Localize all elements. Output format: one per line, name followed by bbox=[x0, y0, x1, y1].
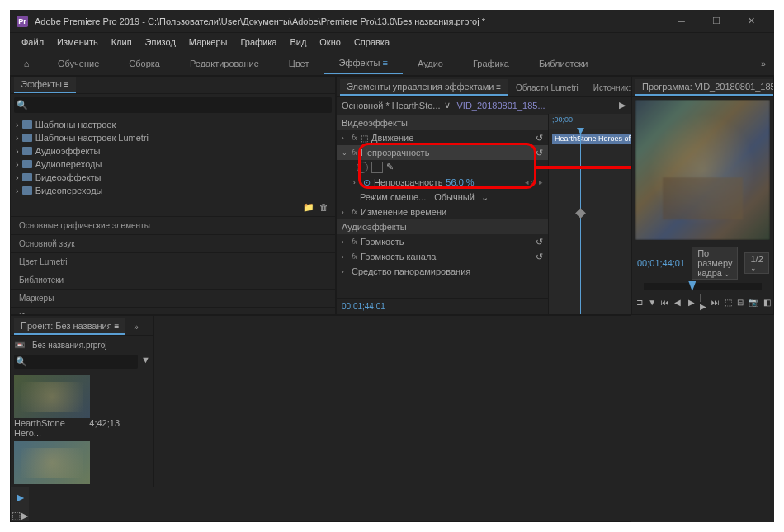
workspace-overflow[interactable]: » bbox=[761, 59, 766, 68]
effect-time-remap[interactable]: ›fxИзменение времени bbox=[337, 205, 548, 219]
section-video-effects[interactable]: Видеоэффекты bbox=[337, 115, 548, 130]
workspace-audio[interactable]: Аудио bbox=[403, 54, 458, 73]
opacity-mask-tools: ✎ bbox=[337, 160, 548, 175]
video-trans-folder[interactable]: ›Видеопереходы bbox=[11, 184, 335, 197]
program-res-dropdown[interactable]: 1/2 ⌄ bbox=[744, 252, 768, 274]
effect-volume[interactable]: ›fxГромкость↺ bbox=[337, 234, 548, 249]
menu-window[interactable]: Окно bbox=[314, 35, 346, 49]
program-preview[interactable] bbox=[635, 100, 770, 240]
step-fwd-icon[interactable]: ⏭ bbox=[711, 294, 720, 309]
effect-motion[interactable]: ›fx ⬚ Движение↺ bbox=[337, 130, 548, 145]
pen-mask-icon[interactable]: ✎ bbox=[386, 162, 398, 173]
minimize-button[interactable]: ─ bbox=[665, 10, 698, 33]
clip-reference[interactable]: VID_20180801_185... bbox=[457, 101, 545, 111]
project-search[interactable]: 🔍 bbox=[14, 355, 138, 369]
tab-project[interactable]: Проект: Без названия ≡ bbox=[14, 318, 125, 335]
new-bin-icon[interactable]: 📁 bbox=[303, 202, 314, 213]
panel-libraries[interactable]: Библиотеки bbox=[11, 271, 335, 290]
compare-icon[interactable]: ◧ bbox=[763, 294, 771, 309]
effect-timecode[interactable]: 00;01;44;01 bbox=[337, 299, 390, 314]
tab-effect-controls[interactable]: Элементы управления эффектами ≡ bbox=[340, 79, 508, 96]
frame-back-icon[interactable]: ◀| bbox=[674, 294, 683, 309]
menu-clip[interactable]: Клип bbox=[106, 35, 137, 49]
tab-effects[interactable]: Эффекты ≡ bbox=[14, 77, 76, 93]
project-name: Без названия.prproj bbox=[29, 339, 110, 351]
close-button[interactable]: ✕ bbox=[734, 10, 767, 33]
effect-clip-bar: HearthStone Heroes of Warcraft 20 bbox=[552, 134, 631, 144]
project-item-thumb[interactable] bbox=[14, 375, 90, 418]
effect-panner[interactable]: ›Средство панорамирования bbox=[337, 264, 548, 279]
effect-timeline[interactable]: ;00;00 HearthStone Heroes of Warcraft 20 bbox=[548, 114, 631, 315]
effect-playhead[interactable] bbox=[580, 129, 581, 315]
menu-help[interactable]: Справка bbox=[349, 35, 394, 49]
panel-essential-graphics[interactable]: Основные графические элементы bbox=[11, 217, 335, 235]
workspace-libraries[interactable]: Библиотеки bbox=[524, 54, 603, 73]
master-clip-label: Основной * HearthSto... bbox=[342, 101, 441, 111]
lift-icon[interactable]: ⬚ bbox=[725, 294, 732, 309]
effect-controls-panel: Элементы управления эффектами ≡ Области … bbox=[336, 76, 631, 315]
maximize-button[interactable]: ☐ bbox=[700, 10, 733, 33]
preset-folder[interactable]: ›Шаблоны настроек bbox=[11, 118, 335, 131]
workspace-graphics[interactable]: Графика bbox=[458, 54, 524, 73]
program-monitor: Программа: VID_20180801_185244 ≡ 00;01;4… bbox=[631, 76, 774, 315]
effect-ruler: ;00;00 bbox=[549, 114, 631, 129]
menu-edit[interactable]: Изменить bbox=[52, 35, 103, 49]
opacity-value-row[interactable]: ›⊙ Непрозрачность 56,0 % ◂ ◇ ▸ bbox=[337, 175, 548, 190]
tab-program[interactable]: Программа: VID_20180801_185244 ≡ bbox=[635, 79, 774, 96]
workspace-learning[interactable]: Обучение bbox=[43, 54, 114, 73]
project-bin-icon[interactable]: 📼 bbox=[14, 340, 26, 351]
audio-trans-folder[interactable]: ›Аудиопереходы bbox=[11, 158, 335, 171]
opacity-keyframe[interactable] bbox=[575, 208, 586, 219]
menu-markers[interactable]: Маркеры bbox=[184, 35, 233, 49]
tool-palette: ▶ ⬚▶ ◁▷ ✂ ↔ ✎ ✋ T bbox=[11, 487, 29, 522]
delete-icon[interactable]: 🗑 bbox=[319, 202, 328, 213]
audio-fx-folder[interactable]: ›Аудиоэффекты bbox=[11, 144, 335, 158]
workspace-editing[interactable]: Редактирование bbox=[175, 54, 274, 73]
menu-view[interactable]: Вид bbox=[285, 35, 311, 49]
lumetri-folder[interactable]: ›Шаблоны настроек Lumetri bbox=[11, 131, 335, 144]
annotation-arrow bbox=[536, 166, 631, 169]
home-icon[interactable]: ⌂ bbox=[17, 54, 36, 73]
panel-essential-sound[interactable]: Основной звук bbox=[11, 235, 335, 253]
video-fx-folder[interactable]: ›Видеоэффекты bbox=[11, 171, 335, 184]
rect-mask-icon[interactable] bbox=[371, 162, 383, 173]
program-timecode-in[interactable]: 00;01;44;01 bbox=[637, 258, 685, 268]
menu-sequence[interactable]: Эпизод bbox=[140, 35, 181, 49]
window-title: Adobe Premiere Pro 2019 - C:\Пользовател… bbox=[35, 16, 665, 26]
extract-icon[interactable]: ⊟ bbox=[737, 294, 744, 309]
project-filter-icon[interactable]: ▼ bbox=[141, 355, 150, 369]
menu-graphics[interactable]: Графика bbox=[235, 35, 281, 49]
frame-fwd-icon[interactable]: |▶ bbox=[700, 294, 706, 309]
panel-markers[interactable]: Маркеры bbox=[11, 290, 335, 308]
blend-mode-row[interactable]: Режим смеше... Обычный⌄ bbox=[337, 190, 548, 205]
export-frame-icon[interactable]: 📷 bbox=[749, 294, 758, 309]
add-marker-icon[interactable]: ▼ bbox=[648, 294, 656, 309]
mark-out-icon[interactable]: ⊐ bbox=[636, 294, 643, 309]
project-item-thumb[interactable] bbox=[14, 441, 90, 484]
selection-tool-icon[interactable]: ▶ bbox=[13, 491, 26, 504]
keyframe-nav[interactable]: ◂ ◇ ▸ bbox=[525, 178, 543, 186]
effect-opacity[interactable]: ⌄fxНепрозрачность↺ bbox=[337, 145, 548, 160]
workspace-effects[interactable]: Эффекты ≡ bbox=[324, 53, 403, 74]
panel-lumetri-color[interactable]: Цвет Lumetri bbox=[11, 253, 335, 271]
program-scrubber[interactable] bbox=[644, 283, 762, 290]
play-icon[interactable]: ▶ bbox=[688, 294, 695, 309]
opacity-value[interactable]: 56,0 % bbox=[446, 177, 474, 187]
tab-lumetri-scopes[interactable]: Области Lumetri bbox=[509, 81, 585, 96]
bottom-row: Проект: Без названия ≡» 📼Без названия.pr… bbox=[10, 315, 631, 522]
track-select-tool-icon[interactable]: ⬚▶ bbox=[13, 509, 26, 522]
effects-search[interactable]: 🔍 bbox=[14, 97, 332, 113]
tab-source[interactable]: Источник: VID_201 bbox=[587, 81, 631, 96]
program-fit-dropdown[interactable]: По размеру кадра ⌄ bbox=[692, 247, 738, 280]
workspace-assembly[interactable]: Сборка bbox=[114, 54, 175, 73]
effect-channel-volume[interactable]: ›fxГромкость канала↺ bbox=[337, 249, 548, 264]
workspace-color[interactable]: Цвет bbox=[274, 54, 324, 73]
titlebar: Pr Adobe Premiere Pro 2019 - C:\Пользова… bbox=[10, 10, 774, 33]
ellipse-mask-icon[interactable] bbox=[357, 162, 368, 173]
panel-history[interactable]: История bbox=[11, 308, 335, 315]
project-panel: Проект: Без названия ≡» 📼Без названия.pr… bbox=[11, 316, 154, 487]
menubar: Файл Изменить Клип Эпизод Маркеры График… bbox=[10, 33, 774, 51]
section-audio-effects[interactable]: Аудиоэффекты bbox=[337, 219, 548, 234]
step-back-icon[interactable]: ⏮ bbox=[661, 294, 669, 309]
menu-file[interactable]: Файл bbox=[17, 35, 49, 49]
